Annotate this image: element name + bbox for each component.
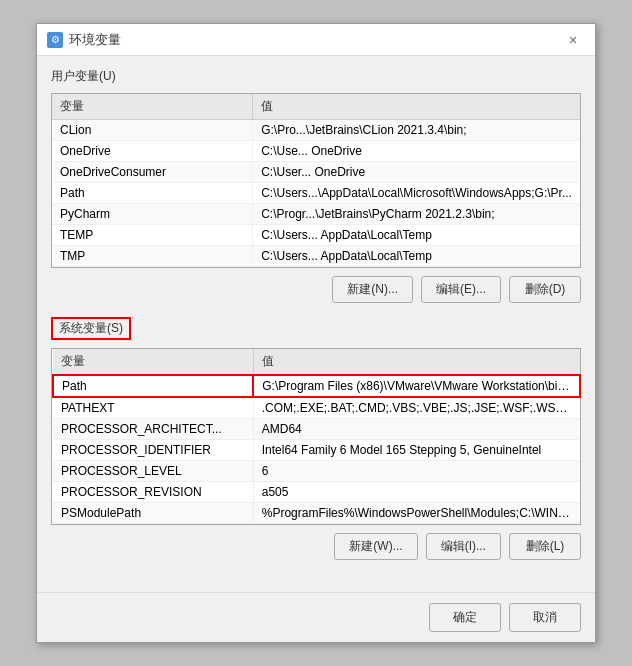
table-row[interactable]: PATHEXT.COM;.EXE;.BAT;.CMD;.VBS;.VBE;.JS… xyxy=(53,397,580,419)
sys-edit-button[interactable]: 编辑(I)... xyxy=(426,533,501,560)
var-cell: OneDrive xyxy=(52,141,253,162)
var-cell: PROCESSOR_LEVEL xyxy=(53,461,253,482)
var-cell: Path xyxy=(53,375,253,397)
table-row[interactable]: CLionG:\Pro...\JetBrains\CLion 2021.3.4\… xyxy=(52,120,580,141)
user-variables-table-container: 变量 值 CLionG:\Pro...\JetBrains\CLion 2021… xyxy=(51,93,581,268)
val-cell: C:\Users... AppData\Local\Temp xyxy=(253,246,580,267)
val-cell: G:\Pro...\JetBrains\CLion 2021.3.4\bin; xyxy=(253,120,580,141)
sys-col-val: 值 xyxy=(253,349,580,375)
val-cell: %ProgramFiles%\WindowsPowerShell\Modules… xyxy=(253,503,580,524)
val-cell: C:\User... OneDrive xyxy=(253,162,580,183)
var-cell: TMP xyxy=(52,246,253,267)
sys-delete-button[interactable]: 删除(L) xyxy=(509,533,581,560)
val-cell: 6 xyxy=(253,461,580,482)
user-new-button[interactable]: 新建(N)... xyxy=(332,276,413,303)
user-col-val: 值 xyxy=(253,94,580,120)
table-row[interactable]: OneDriveC:\Use... OneDrive xyxy=(52,141,580,162)
window-title: 环境变量 xyxy=(69,31,121,49)
val-cell: .COM;.EXE;.BAT;.CMD;.VBS;.VBE;.JS;.JSE;.… xyxy=(253,397,580,419)
cancel-button[interactable]: 取消 xyxy=(509,603,581,632)
table-row[interactable]: PROCESSOR_LEVEL6 xyxy=(53,461,580,482)
user-delete-button[interactable]: 删除(D) xyxy=(509,276,581,303)
table-row[interactable]: TEMPC:\Users... AppData\Local\Temp xyxy=(52,225,580,246)
table-row[interactable]: PROCESSOR_ARCHITECT...AMD64 xyxy=(53,419,580,440)
user-variables-table: 变量 值 CLionG:\Pro...\JetBrains\CLion 2021… xyxy=(52,94,580,267)
var-cell: PROCESSOR_REVISION xyxy=(53,482,253,503)
close-button[interactable]: × xyxy=(561,30,585,50)
table-row[interactable]: TMPC:\Users... AppData\Local\Temp xyxy=(52,246,580,267)
sys-section-label: 系统变量(S) xyxy=(51,317,131,340)
val-cell: Intel64 Family 6 Model 165 Stepping 5, G… xyxy=(253,440,580,461)
user-btn-row: 新建(N)... 编辑(E)... 删除(D) xyxy=(51,272,581,307)
sys-new-button[interactable]: 新建(W)... xyxy=(334,533,417,560)
sys-variables-table-container: 变量 值 PathG:\Program Files (x86)\VMware\V… xyxy=(51,348,581,525)
val-cell: AMD64 xyxy=(253,419,580,440)
user-variables-tbody[interactable]: CLionG:\Pro...\JetBrains\CLion 2021.3.4\… xyxy=(52,120,580,267)
window-body: 用户变量(U) 变量 值 CLionG:\Pro...\JetBrains\CL… xyxy=(37,56,595,592)
var-cell: PATHEXT xyxy=(53,397,253,419)
title-bar: ⚙ 环境变量 × xyxy=(37,24,595,56)
window-icon: ⚙ xyxy=(47,32,63,48)
confirm-button[interactable]: 确定 xyxy=(429,603,501,632)
var-cell: CLion xyxy=(52,120,253,141)
table-row[interactable]: PSModulePath%ProgramFiles%\WindowsPowerS… xyxy=(53,503,580,524)
table-row[interactable]: OneDriveConsumerC:\User... OneDrive xyxy=(52,162,580,183)
var-cell: Path xyxy=(52,183,253,204)
footer-btn-row: 确定 取消 xyxy=(37,592,595,642)
title-bar-left: ⚙ 环境变量 xyxy=(47,31,121,49)
val-cell: C:\Use... OneDrive xyxy=(253,141,580,162)
sys-section-label-wrap: 系统变量(S) xyxy=(51,317,581,344)
user-variables-section: 用户变量(U) 变量 值 CLionG:\Pro...\JetBrains\CL… xyxy=(51,68,581,307)
table-row[interactable]: PROCESSOR_REVISIONa505 xyxy=(53,482,580,503)
sys-variables-table: 变量 值 PathG:\Program Files (x86)\VMware\V… xyxy=(52,349,580,524)
val-cell: G:\Program Files (x86)\VMware\VMware Wor… xyxy=(253,375,580,397)
sys-variables-tbody[interactable]: PathG:\Program Files (x86)\VMware\VMware… xyxy=(53,375,580,524)
var-cell: PSModulePath xyxy=(53,503,253,524)
var-cell: PROCESSOR_ARCHITECT... xyxy=(53,419,253,440)
user-edit-button[interactable]: 编辑(E)... xyxy=(421,276,501,303)
val-cell: C:\Progr...\JetBrains\PyCharm 2021.2.3\b… xyxy=(253,204,580,225)
var-cell: PROCESSOR_IDENTIFIER xyxy=(53,440,253,461)
environment-variables-window: ⚙ 环境变量 × 用户变量(U) 变量 值 CLionG:\Pro...\Jet… xyxy=(36,23,596,643)
table-row[interactable]: PROCESSOR_IDENTIFIERIntel64 Family 6 Mod… xyxy=(53,440,580,461)
var-cell: OneDriveConsumer xyxy=(52,162,253,183)
sys-col-var: 变量 xyxy=(53,349,253,375)
table-row[interactable]: PathC:\Users...\AppData\Local\Microsoft\… xyxy=(52,183,580,204)
sys-variables-section: 系统变量(S) 变量 值 PathG:\Program Files (x86)\… xyxy=(51,317,581,564)
var-cell: TEMP xyxy=(52,225,253,246)
user-section-label: 用户变量(U) xyxy=(51,68,581,85)
val-cell: a505 xyxy=(253,482,580,503)
val-cell: C:\Users...\AppData\Local\Microsoft\Wind… xyxy=(253,183,580,204)
table-row[interactable]: PyCharmC:\Progr...\JetBrains\PyCharm 202… xyxy=(52,204,580,225)
var-cell: PyCharm xyxy=(52,204,253,225)
user-col-var: 变量 xyxy=(52,94,253,120)
sys-btn-row: 新建(W)... 编辑(I)... 删除(L) xyxy=(51,529,581,564)
table-row[interactable]: PathG:\Program Files (x86)\VMware\VMware… xyxy=(53,375,580,397)
val-cell: C:\Users... AppData\Local\Temp xyxy=(253,225,580,246)
